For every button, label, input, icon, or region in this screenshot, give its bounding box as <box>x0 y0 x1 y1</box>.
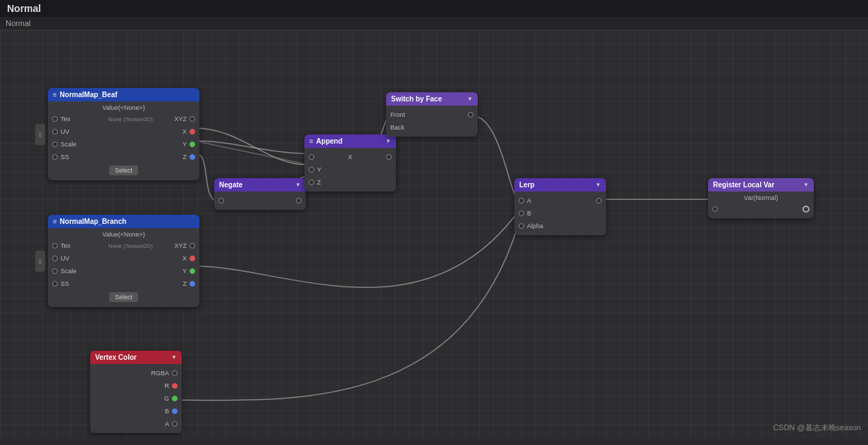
lerp-a-in[interactable] <box>519 198 524 203</box>
register-title: Register Local Var <box>713 181 800 189</box>
vertex-a-out[interactable] <box>172 421 178 427</box>
append-body: X Y Z <box>304 148 396 192</box>
switch-back-row: Back <box>386 121 478 134</box>
active-tab[interactable]: Normal <box>6 19 30 27</box>
beaf-scale-row: Scale <box>48 138 157 151</box>
branch-y-row: Y <box>157 265 199 277</box>
vertex-b-out[interactable] <box>172 408 178 414</box>
collapse-handle-branch[interactable]: || <box>35 251 45 272</box>
watermark-text: CSDN @暮志未晚season <box>773 423 861 432</box>
negate-row <box>214 194 306 207</box>
branch-z-port[interactable] <box>190 281 195 287</box>
register-dropdown[interactable]: ▼ <box>803 182 809 188</box>
beaf-scale-port[interactable] <box>52 142 58 147</box>
branch-y-port[interactable] <box>190 268 195 274</box>
switch-front-label: Front <box>390 111 465 118</box>
append-x-in[interactable] <box>309 154 314 160</box>
append-z-in[interactable] <box>309 180 314 185</box>
menu-icon-branch[interactable]: ≡ <box>53 218 57 225</box>
beaf-xyz-port[interactable] <box>190 116 195 122</box>
negate-dropdown[interactable]: ▼ <box>295 182 301 188</box>
beaf-uv-label: UV <box>61 128 153 135</box>
negate-in-port[interactable] <box>218 198 224 203</box>
node-normalmap-beaf: || ≡ NormalMap_Beaf Value(<None>) Tex No… <box>48 88 199 180</box>
branch-z-row: Z <box>157 277 199 290</box>
append-y-in[interactable] <box>309 167 314 173</box>
beaf-y-port[interactable] <box>190 142 195 147</box>
collapse-handle-beaf[interactable]: || <box>35 124 45 145</box>
node-vertex-color: Vertex Color ▼ RGBA R G B A <box>90 351 182 433</box>
node-negate: Negate ▼ <box>214 178 306 210</box>
append-menu[interactable]: ≡ <box>309 137 314 145</box>
branch-tex-port[interactable] <box>52 243 58 249</box>
append-header: ≡ Append ▼ <box>304 134 396 148</box>
node-normalmap-branch: || ≡ NormalMap_Branch Value(<None>) Tex … <box>48 215 199 307</box>
append-x-row: X <box>304 151 396 163</box>
node-switch-by-face: Switch by Face ▼ Front Back <box>386 92 478 137</box>
negate-header: Negate ▼ <box>214 178 306 192</box>
register-body: Var(Normal) <box>708 192 814 218</box>
beaf-uv-row: UV <box>48 125 157 138</box>
beaf-tex-port[interactable] <box>52 116 58 122</box>
register-out[interactable] <box>802 206 810 213</box>
vertex-rgba-out[interactable] <box>172 370 178 376</box>
switch-dropdown[interactable]: ▼ <box>467 96 473 102</box>
register-row <box>708 203 814 215</box>
vertex-dropdown[interactable]: ▼ <box>171 354 177 361</box>
switch-out-port[interactable] <box>468 112 473 118</box>
beaf-scale-label: Scale <box>61 141 153 148</box>
beaf-uv-port[interactable] <box>52 129 58 134</box>
node-branch-title: NormalMap_Branch <box>60 218 194 225</box>
beaf-xyz-row: XYZ <box>157 113 199 125</box>
node-beaf-subtitle: Value(<None>) <box>48 104 199 113</box>
lerp-dropdown[interactable]: ▼ <box>595 182 601 188</box>
vertex-r-out[interactable] <box>172 383 178 389</box>
branch-uv-port[interactable] <box>52 256 58 261</box>
window-title: Normal <box>7 3 41 14</box>
register-header: Register Local Var ▼ <box>708 178 814 192</box>
branch-uv-row: UV <box>48 252 157 265</box>
lerp-alpha-row: Alpha <box>514 220 606 232</box>
menu-icon-beaf[interactable]: ≡ <box>53 91 57 99</box>
beaf-select-btn[interactable]: Select <box>109 165 138 175</box>
title-bar: Normal <box>0 0 868 17</box>
vertex-r-row: R <box>90 380 182 392</box>
beaf-y-row: Y <box>157 138 199 151</box>
branch-tex-row: Tex None (Texture2D) <box>48 239 157 252</box>
tab-bar: Normal <box>0 17 868 30</box>
node-branch-subtitle: Value(<None>) <box>48 231 199 239</box>
branch-scale-port[interactable] <box>52 268 58 274</box>
branch-select-btn[interactable]: Select <box>109 292 138 302</box>
vertex-g-out[interactable] <box>172 396 178 401</box>
append-z-row: Z <box>304 176 396 189</box>
node-canvas[interactable]: || ≡ NormalMap_Beaf Value(<None>) Tex No… <box>0 30 868 439</box>
lerp-body: A B Alpha <box>514 192 606 235</box>
lerp-out[interactable] <box>596 198 602 203</box>
branch-scale-row: Scale <box>48 265 157 277</box>
beaf-z-port[interactable] <box>190 154 195 160</box>
beaf-tex-row: Tex None (Texture2D) <box>48 113 157 125</box>
node-beaf-header: ≡ NormalMap_Beaf <box>48 88 199 101</box>
lerp-header: Lerp ▼ <box>514 178 606 192</box>
branch-x-port[interactable] <box>190 256 195 261</box>
vertex-a-row: A <box>90 418 182 430</box>
lerp-b-in[interactable] <box>519 211 524 216</box>
beaf-x-port[interactable] <box>190 129 195 134</box>
branch-xyz-port[interactable] <box>190 243 195 249</box>
append-title: Append <box>316 137 383 145</box>
switch-back-label: Back <box>390 124 473 131</box>
branch-ss-port[interactable] <box>52 281 58 287</box>
beaf-ss-label: SS <box>61 153 153 161</box>
branch-ss-label: SS <box>61 280 153 287</box>
beaf-x-row: X <box>157 125 199 138</box>
vertex-rgba-row: RGBA <box>90 367 182 380</box>
lerp-alpha-in[interactable] <box>519 223 524 229</box>
beaf-tex-label: Tex <box>61 115 107 123</box>
append-dropdown[interactable]: ▼ <box>385 138 391 144</box>
append-x-out[interactable] <box>386 154 392 160</box>
beaf-ss-port[interactable] <box>52 154 58 160</box>
node-append: ≡ Append ▼ X Y Z <box>304 134 396 192</box>
lerp-a-row: A <box>514 194 606 207</box>
register-in[interactable] <box>712 206 718 212</box>
negate-out-port[interactable] <box>296 198 302 203</box>
